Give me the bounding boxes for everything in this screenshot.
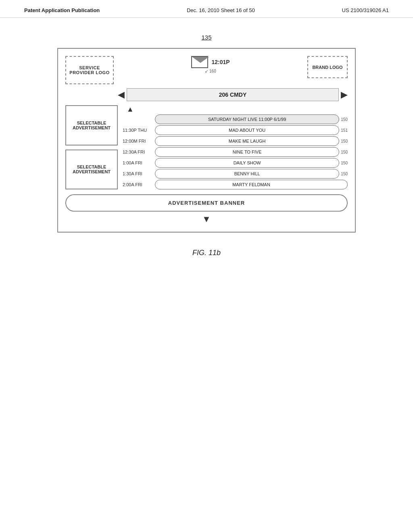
program-title[interactable]: MAD ABOUT YOU [155, 125, 339, 135]
program-time: 1:30A FRI [123, 171, 155, 176]
clock-row: 12:01P [191, 56, 229, 68]
page-header: Patent Application Publication Dec. 16, … [0, 0, 413, 18]
content-area: SELECTABLE ADVERTISEMENT SELECTABLE ADVE… [65, 105, 348, 189]
selectable-ad-2[interactable]: SELECTABLE ADVERTISEMENT [65, 150, 118, 190]
program-row[interactable]: 12:00M FRIMAKE ME LAUGH150 [123, 136, 348, 146]
program-row[interactable]: 1:30A FRIBENNY HILL150 [123, 169, 348, 179]
clock-time: 12:01P [211, 59, 229, 65]
program-row[interactable]: 12:30A FRININE TO FIVE150 [123, 147, 348, 157]
program-title[interactable]: SATURDAY NIGHT LIVE 11:00P 6/1/99 [155, 114, 339, 124]
scroll-up-arrow[interactable]: ▲ [127, 105, 134, 114]
up-arrow-container: ▲ [123, 105, 348, 114]
program-row[interactable]: 2:00A FRIMARTY FELDMAN [123, 180, 348, 189]
selectable-ad-1[interactable]: SELECTABLE ADVERTISEMENT [65, 105, 118, 145]
clock-ref: ↙ 160 [205, 69, 216, 73]
program-title[interactable]: MARTY FELDMAN [155, 180, 348, 189]
program-area: ▲ SATURDAY NIGHT LIVE 11:00P 6/1/9915011… [123, 105, 348, 189]
program-title[interactable]: MAKE ME LAUGH [155, 136, 339, 146]
banner-row: ADVERTISEMENT BANNER [65, 194, 348, 212]
program-ref-label: 150 [341, 161, 348, 165]
down-arrow-container: ▼ [65, 214, 348, 224]
channel-row: ◀ 206 CMDY ▶ [118, 88, 348, 101]
brand-logo: BRAND LOGO [307, 56, 348, 78]
header-left: Patent Application Publication [24, 7, 100, 13]
program-time: 12:30A FRI [123, 150, 155, 154]
program-time: 12:00M FRI [123, 139, 155, 143]
advertisement-banner[interactable]: ADVERTISEMENT BANNER [65, 194, 348, 212]
program-title[interactable]: NINE TO FIVE [155, 147, 339, 157]
program-title[interactable]: DAILY SHOW [155, 158, 339, 168]
program-ref-label: 150 [341, 172, 348, 176]
diagram-label-135: 135 [201, 34, 211, 41]
program-time: 1:00A FRI [123, 160, 155, 165]
program-row[interactable]: 11:30P THUMAD ABOUT YOU151 [123, 125, 348, 135]
header-right: US 2100/319026 A1 [342, 7, 389, 13]
program-time: 2:00A FRI [123, 182, 155, 187]
channel-left-arrow[interactable]: ◀ [118, 89, 125, 100]
scroll-down-arrow[interactable]: ▼ [202, 214, 211, 224]
ads-column: SELECTABLE ADVERTISEMENT SELECTABLE ADVE… [65, 105, 118, 189]
program-row[interactable]: SATURDAY NIGHT LIVE 11:00P 6/1/99150 [123, 114, 348, 124]
main-content: 135 SERVICE PROVIDER LOGO 12:01P ↙ 160 B… [0, 18, 413, 257]
program-ref-label: 151 [341, 128, 348, 133]
program-time: 11:30P THU [123, 128, 155, 133]
top-row: SERVICE PROVIDER LOGO 12:01P ↙ 160 BRAND… [65, 56, 348, 84]
program-title[interactable]: BENNY HILL [155, 169, 339, 179]
program-list: SATURDAY NIGHT LIVE 11:00P 6/1/9915011:3… [123, 114, 348, 189]
envelope-icon [191, 56, 208, 68]
program-ref-label: 150 [341, 117, 348, 122]
center-clock-area: 12:01P ↙ 160 [122, 56, 299, 73]
program-ref-label: 150 [341, 139, 348, 143]
channel-display: 206 CMDY [127, 88, 339, 101]
service-provider-logo: SERVICE PROVIDER LOGO [65, 56, 114, 84]
channel-right-arrow[interactable]: ▶ [341, 89, 348, 100]
header-center: Dec. 16, 2010 Sheet 16 of 50 [187, 7, 255, 13]
program-row[interactable]: 1:00A FRIDAILY SHOW150 [123, 158, 348, 168]
fig-caption: FIG. 11b [192, 249, 221, 257]
diagram-box: SERVICE PROVIDER LOGO 12:01P ↙ 160 BRAND… [57, 48, 356, 233]
program-ref-label: 150 [341, 150, 348, 154]
